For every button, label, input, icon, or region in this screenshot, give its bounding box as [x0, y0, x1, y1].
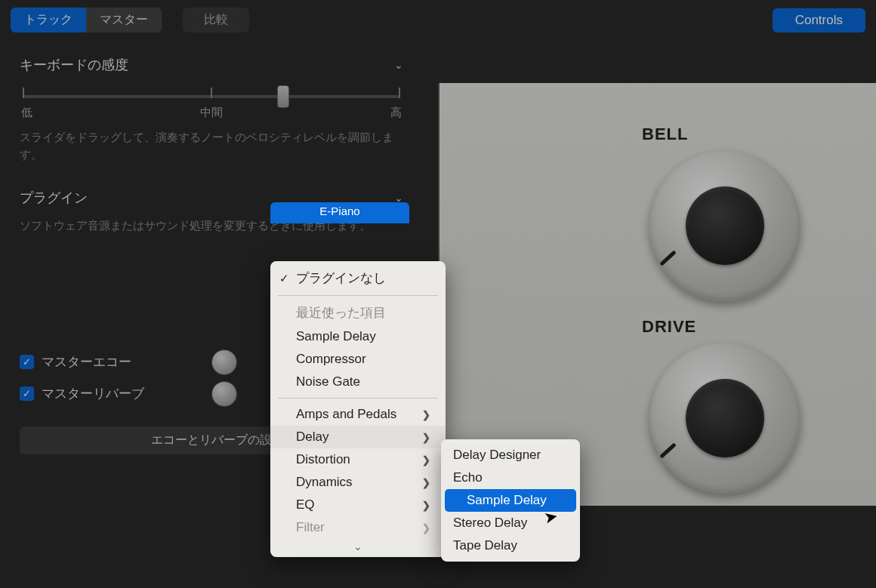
menu-scroll-down-icon[interactable]: ⌄ [270, 539, 446, 553]
slider-low-label: 低 [21, 106, 32, 120]
master-tab[interactable]: マスター [86, 8, 162, 32]
menu-recent-noise-gate[interactable]: Noise Gate [270, 371, 446, 393]
menu-separator [278, 295, 438, 296]
delay-submenu: Delay Designer Echo Sample Delay Stereo … [441, 439, 580, 562]
slider-knob[interactable] [277, 85, 289, 108]
drive-label: DRIVE [642, 317, 696, 337]
menu-dynamics[interactable]: Dynamics❯ [270, 471, 446, 494]
menu-distortion[interactable]: Distortion❯ [270, 448, 446, 471]
menu-filter[interactable]: Filter❯ [270, 516, 446, 539]
menu-recent-compressor[interactable]: Compressor [270, 348, 446, 371]
plugin-slot[interactable]: E-Piano [270, 202, 409, 223]
submenu-arrow-icon: ❯ [422, 500, 430, 511]
menu-amps-and-pedals[interactable]: Amps and Pedals❯ [270, 403, 446, 426]
master-reverb-knob[interactable] [211, 381, 237, 407]
compare-button[interactable]: 比較 [183, 8, 249, 32]
view-segmented-control: トラック マスター [11, 8, 162, 32]
bell-label: BELL [642, 125, 688, 144]
plugins-title: プラグイン [20, 189, 88, 207]
slider-high-label: 高 [390, 106, 402, 120]
submenu-echo[interactable]: Echo [441, 466, 580, 489]
submenu-arrow-icon: ❯ [422, 409, 430, 420]
master-reverb-checkbox[interactable]: ✓ [20, 386, 34, 401]
master-reverb-label: マスターリバーブ [42, 385, 144, 402]
menu-eq[interactable]: EQ❯ [270, 494, 446, 516]
bell-knob[interactable] [649, 150, 800, 301]
plugin-menu: ✓ プラグインなし 最近使った項目 Sample Delay Compresso… [270, 261, 446, 557]
menu-recent-sample-delay[interactable]: Sample Delay [270, 325, 446, 348]
submenu-sample-delay[interactable]: Sample Delay [445, 489, 576, 512]
submenu-arrow-icon: ❯ [422, 522, 430, 534]
check-icon: ✓ [279, 272, 289, 285]
slider-mid-label: 中間 [200, 106, 223, 120]
controls-button[interactable]: Controls [773, 8, 865, 32]
menu-delay[interactable]: Delay❯ [270, 426, 446, 448]
menu-no-plugin[interactable]: ✓ プラグインなし [270, 266, 446, 291]
sensitivity-title: キーボードの感度 [20, 56, 128, 74]
master-echo-knob[interactable] [211, 349, 237, 375]
track-tab[interactable]: トラック [11, 8, 86, 32]
menu-separator [278, 398, 438, 399]
master-echo-label: マスターエコー [42, 353, 131, 371]
master-echo-checkbox[interactable]: ✓ [20, 355, 34, 369]
submenu-delay-designer[interactable]: Delay Designer [441, 444, 580, 466]
submenu-arrow-icon: ❯ [422, 432, 430, 443]
submenu-stereo-delay[interactable]: Stereo Delay [441, 512, 580, 534]
menu-recent-header: 最近使った項目 [270, 300, 446, 325]
submenu-arrow-icon: ❯ [422, 454, 430, 466]
submenu-tape-delay[interactable]: Tape Delay [441, 534, 580, 557]
submenu-arrow-icon: ❯ [422, 477, 430, 488]
velocity-slider[interactable] [23, 95, 400, 98]
drive-knob[interactable] [649, 343, 800, 494]
collapse-sensitivity-icon[interactable]: ⌄ [394, 59, 403, 71]
sensitivity-hint: スライダをドラッグして、演奏するノートのベロシティレベルを調節します。 [20, 129, 403, 163]
